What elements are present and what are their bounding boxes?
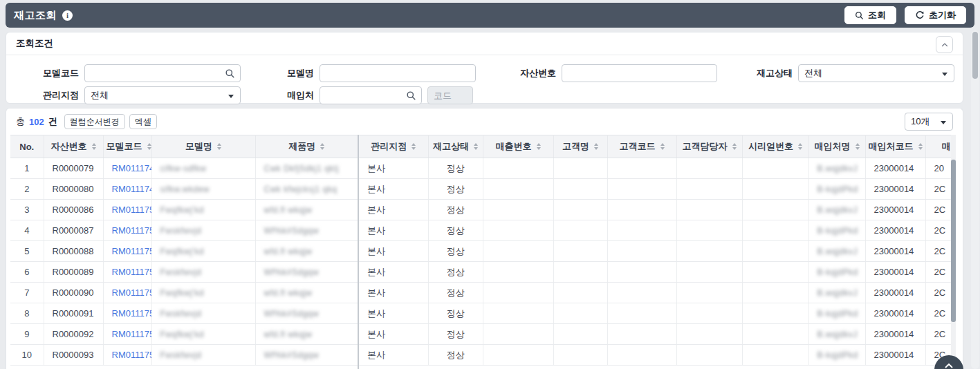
reset-button[interactable]: 초기화 [905, 6, 966, 24]
model-code-link[interactable]: RM011175 [112, 329, 152, 339]
excel-button[interactable]: 엑셀 [129, 114, 157, 129]
cell-branch: 본사 [358, 262, 428, 283]
cell-asset_no: R0000089 [44, 262, 103, 283]
search-icon[interactable] [225, 68, 235, 81]
column-header-model_code[interactable]: 모델코드 [103, 135, 151, 158]
column-order-button[interactable]: 컬럼순서변경 [64, 114, 125, 129]
column-header-sales_no[interactable]: 매출번호 [483, 135, 553, 158]
cell-serial_no [742, 158, 808, 179]
search-icon[interactable] [406, 91, 416, 103]
cell-model_code[interactable]: RM011175 [103, 262, 151, 283]
sort-icon[interactable] [594, 143, 598, 150]
cell-vendor_name: B-kqjdPkd [808, 262, 865, 283]
model-code-link[interactable]: RM011175 [112, 225, 152, 236]
model-code-link[interactable]: RM011175 [112, 350, 152, 360]
column-header-vendor_name[interactable]: 매입처명 [808, 135, 865, 158]
column-header-branch[interactable]: 관리지점 [358, 135, 428, 158]
table-scrollbar-thumb[interactable] [951, 160, 956, 322]
model-code-link[interactable]: RM011175 [112, 308, 152, 319]
results-toolbar: 총 102 건 컬럼순서변경 엑셀 10개 [10, 113, 959, 131]
info-icon[interactable]: i [62, 10, 73, 21]
cell-model_code[interactable]: RM011175 [103, 283, 151, 303]
sort-icon[interactable] [537, 143, 541, 150]
sort-icon[interactable] [732, 143, 737, 150]
cell-customer_name [553, 345, 607, 366]
cell-model_code[interactable]: RM011175 [103, 200, 151, 220]
cell-stock_status: 정상 [428, 324, 483, 345]
branch-select[interactable]: 전체 [84, 86, 241, 104]
sort-icon[interactable] [412, 143, 416, 150]
model-code-link[interactable]: RM011174 [112, 184, 152, 194]
cell-model_code[interactable]: RM011175 [103, 345, 151, 366]
sort-icon[interactable] [474, 143, 478, 150]
column-header-asset_no[interactable]: 자산번호 [44, 135, 103, 158]
column-header-customer_code[interactable]: 고객코드 [607, 135, 676, 158]
cell-model_name: Fwskfwvjd [151, 220, 255, 241]
table-row: 4R0000087RM011175FwskfwvjdWf%k#Sdgqw본사정상… [10, 220, 956, 241]
page-scrollbar-thumb[interactable] [972, 32, 978, 79]
sort-icon[interactable] [918, 143, 923, 150]
caret-down-icon [942, 73, 947, 76]
cell-customer_manager [676, 241, 742, 262]
sort-icon[interactable] [320, 143, 324, 150]
collapse-panel-button[interactable] [936, 36, 953, 53]
cell-model_code[interactable]: RM011175 [103, 303, 151, 324]
cell-sales_no [483, 283, 553, 303]
vendor-input[interactable] [326, 91, 416, 101]
cell-no: 6 [10, 262, 44, 283]
model-code-link[interactable]: RM011175 [112, 205, 152, 215]
redacted-text: Cwk kfwjcksj1 qkq [264, 184, 338, 194]
cell-customer_manager [676, 303, 742, 324]
redacted-text: wfd.fl wkqjw [264, 288, 313, 298]
asset-no-input[interactable] [568, 68, 711, 79]
cell-customer_name [553, 303, 607, 324]
model-code-link[interactable]: RM011175 [112, 267, 152, 277]
sort-icon[interactable] [856, 143, 860, 150]
table-scrollbar[interactable] [951, 135, 956, 366]
cell-model_code[interactable]: RM011175 [103, 220, 151, 241]
sort-icon[interactable] [660, 143, 665, 150]
sort-icon[interactable] [92, 143, 96, 150]
page-size-select[interactable]: 10개 [905, 113, 953, 131]
cell-model_code[interactable]: RM011174 [103, 158, 151, 179]
cell-serial_no [742, 200, 808, 220]
cell-model_code[interactable]: RM011175 [103, 241, 151, 262]
stock-status-value: 전체 [804, 67, 822, 79]
column-header-model_name[interactable]: 모델명 [151, 135, 255, 158]
column-header-product_name[interactable]: 제품명 [255, 135, 358, 158]
cell-product_name: Wf%k#Sdgqw [255, 345, 358, 366]
redacted-text: Wf%k#Sdgqw [264, 309, 320, 319]
search-button[interactable]: 조회 [844, 6, 896, 24]
cell-vendor_name: B.wqjdkvJ [808, 241, 865, 262]
sort-icon[interactable] [147, 143, 151, 150]
cell-model_code[interactable]: RM011175 [103, 324, 151, 345]
model-code-link[interactable]: RM011175 [112, 287, 152, 298]
model-code-input[interactable] [91, 68, 234, 79]
cell-serial_no [742, 283, 808, 303]
model-code-link[interactable]: RM011174 [112, 163, 152, 173]
model-code-link[interactable]: RM011175 [112, 246, 152, 256]
cell-no: 3 [10, 200, 44, 220]
stock-status-select[interactable]: 전체 [798, 64, 954, 82]
page-scrollbar[interactable] [971, 30, 979, 369]
cell-asset_no: R0000088 [44, 241, 103, 262]
column-header-serial_no[interactable]: 시리얼번호 [742, 135, 808, 158]
cell-model_code[interactable]: RM011174 [103, 179, 151, 200]
cell-vendor_name: B.wqjdkvJ [808, 283, 865, 303]
table-row: 10R0000093RM011175FwskfwvjdWf%k#Sdgqw본사정… [10, 345, 956, 366]
cell-customer_manager [676, 220, 742, 241]
table-row: 3R0000086RM011175Fwqfkwj'kdwfd.fl wkqjw본… [10, 200, 956, 220]
column-header-customer_manager[interactable]: 고객담당자 [676, 135, 742, 158]
model-name-input[interactable] [326, 68, 470, 79]
cell-customer_code [607, 200, 676, 220]
redacted-text: Cwk DkfjSdkj1 qktj [264, 164, 339, 173]
cell-asset_no: R0000086 [44, 200, 103, 220]
column-header-customer_name[interactable]: 고객명 [553, 135, 607, 158]
column-header-stock_status[interactable]: 재고상태 [428, 135, 483, 158]
cell-customer_manager [676, 262, 742, 283]
sort-icon[interactable] [217, 143, 221, 150]
cell-customer_code [607, 283, 676, 303]
sort-icon[interactable] [798, 143, 802, 150]
column-header-label: 모델코드 [107, 140, 142, 153]
column-header-vendor_code[interactable]: 매입처코드 [865, 135, 925, 158]
